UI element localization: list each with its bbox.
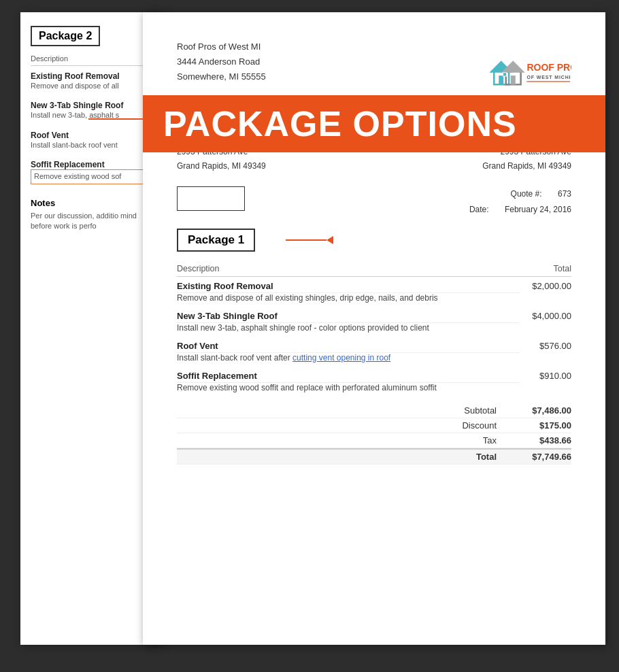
signature-box [177, 186, 245, 211]
company-city-state: Somewhere, MI 55555 [177, 69, 266, 84]
package2-arrow [88, 114, 151, 124]
line-item-title: Existing Roof Removal [177, 281, 520, 291]
company-info: Roof Pros of West MI 3444 Anderson Road … [177, 39, 266, 84]
sidebar-item-title: New 3-Tab Shingle Roof [31, 101, 153, 110]
table-row-desc: Remove and dispose of all existing shing… [177, 292, 571, 307]
sig-quote-area: Quote #: 673 Date: February 24, 2016 [177, 186, 571, 218]
arrow-line [88, 118, 143, 120]
sidebar-item-roof-removal: Existing Roof Removal Remove and dispose… [31, 71, 153, 91]
discount-row: Discount $175.00 [177, 418, 571, 433]
link-text[interactable]: cutting vent opening in roof [292, 353, 390, 363]
total-value: $7,749.66 [510, 452, 571, 462]
sidebar-item-desc: Remove and dispose of all [31, 81, 153, 91]
quote-date-label: Date: [469, 205, 489, 214]
table-row-desc: Remove existing wood soffit and replace … [177, 382, 571, 397]
svg-text:ROOF PROS: ROOF PROS [526, 62, 571, 73]
sidebar-col-header: Description [31, 54, 153, 66]
line-item-title: Soffit Replacement [177, 371, 520, 381]
arrow-head [327, 236, 333, 244]
total-label: Total [442, 452, 510, 462]
sidebar-item-soffit: Soffit Replacement Remove existing wood … [31, 160, 153, 184]
subtotal-row: Subtotal $7,486.00 [177, 403, 571, 418]
discount-label: Discount [442, 420, 510, 431]
quote-date-row: Date: February 24, 2016 [456, 202, 571, 218]
package1-arrow [286, 236, 333, 244]
quote-number-value: 673 [558, 189, 571, 199]
package1-label-wrap: Package 1 [177, 229, 571, 252]
subtotal-label: Subtotal [442, 405, 510, 416]
col-total: Total [520, 261, 571, 277]
table-row: Roof Vent $576.00 [177, 337, 571, 353]
table-row-desc: Install new 3-tab, asphalt shingle roof … [177, 322, 571, 337]
package-options-banner: PACKAGE OPTIONS [143, 95, 605, 152]
quote-number-label: Quote #: [511, 189, 542, 199]
svg-rect-5 [511, 75, 516, 84]
totals-section: Subtotal $7,486.00 Discount $175.00 Tax … [177, 403, 571, 465]
sidebar-item-desc: Install slant-back roof vent [31, 140, 153, 150]
doc-header: Roof Pros of West MI 3444 Anderson Road … [177, 39, 571, 94]
line-item-desc: Remove existing wood soffit and replace … [177, 382, 520, 397]
package1-label: Package 1 [177, 229, 255, 252]
table-row: Existing Roof Removal $2,000.00 [177, 276, 571, 292]
notes-text: Per our discussion, additio mind before … [31, 211, 153, 232]
col-description: Description [177, 261, 520, 277]
line-item-title: Roof Vent [177, 341, 520, 351]
table-row: Soffit Replacement $910.00 [177, 367, 571, 383]
sidebar-item-title: Soffit Replacement [31, 160, 153, 169]
package2-panel: Package 2 Description Existing Roof Remo… [20, 12, 163, 645]
tax-value: $438.66 [510, 435, 571, 446]
total-row: Total $7,749.66 [177, 448, 571, 465]
sidebar-item-title: Existing Roof Removal [31, 71, 153, 81]
line-item-title: New 3-Tab Shingle Roof [177, 311, 520, 321]
quote-table: Description Total Existing Roof Removal … [177, 261, 571, 397]
notes-title: Notes [31, 198, 153, 208]
line-item-price: $4,000.00 [520, 307, 571, 337]
sidebar-item-desc: Remove existing wood sof [31, 169, 153, 184]
arrow-head [143, 114, 151, 124]
table-row: New 3-Tab Shingle Roof $4,000.00 [177, 307, 571, 323]
line-item-desc: Install slant-back roof vent after cutti… [177, 352, 520, 367]
sidebar-item-roof-vent: Roof Vent Install slant-back roof vent [31, 131, 153, 150]
tax-row: Tax $438.66 [177, 433, 571, 448]
line-item-desc: Remove and dispose of all existing shing… [177, 292, 520, 307]
line-item-price: $576.00 [520, 337, 571, 367]
company-address: 3444 Anderson Road [177, 54, 266, 69]
discount-value: $175.00 [510, 420, 571, 431]
sidebar-notes: Notes Per our discussion, additio mind b… [31, 198, 153, 232]
arrow-line [286, 239, 327, 241]
line-item-price: $2,000.00 [520, 276, 571, 307]
svg-rect-2 [499, 75, 503, 84]
customer-city-state: Grand Rapids, MI 49349 [177, 159, 266, 173]
quote-number-row: Quote #: 673 [456, 186, 571, 202]
subtotal-value: $7,486.00 [510, 405, 571, 416]
table-row-desc: Install slant-back roof vent after cutti… [177, 352, 571, 367]
tax-label: Tax [442, 435, 510, 446]
quote-info: Quote #: 673 Date: February 24, 2016 [456, 186, 571, 218]
svg-rect-6 [503, 73, 506, 76]
package2-label: Package 2 [31, 26, 100, 46]
jobsite-city-state: Grand Rapids, MI 49349 [482, 159, 571, 173]
company-logo: ROOF PROS OF WEST MICHIGAN [476, 39, 571, 94]
logo-area: ROOF PROS OF WEST MICHIGAN [476, 39, 571, 94]
quote-date-value: February 24, 2016 [505, 205, 571, 214]
svg-text:OF WEST MICHIGAN: OF WEST MICHIGAN [526, 75, 571, 80]
sidebar-item-title: Roof Vent [31, 131, 153, 140]
line-item-price: $910.00 [520, 367, 571, 397]
line-item-desc: Install new 3-tab, asphalt shingle roof … [177, 322, 520, 337]
company-name: Roof Pros of West MI [177, 39, 266, 54]
